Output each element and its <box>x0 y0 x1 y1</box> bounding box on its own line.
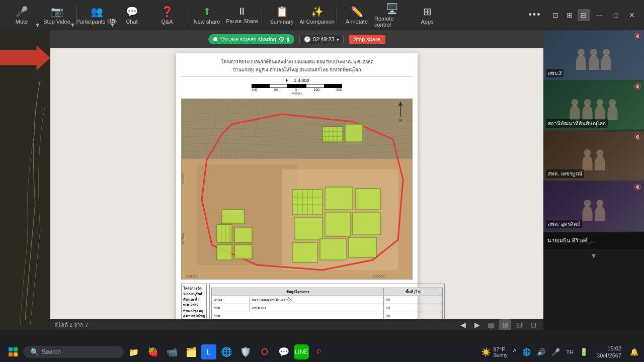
clock-icon: 🕐 <box>304 36 311 43</box>
map-image: N 707500 707500 707500 708000 <box>181 99 413 280</box>
next-page-button[interactable]: ▶ <box>471 319 483 330</box>
taskbar-app-powerpoint[interactable]: P <box>310 343 328 361</box>
tile-mic-icon-3: 🔇 <box>634 184 641 191</box>
info-icon[interactable]: ℹ <box>287 35 289 43</box>
time-display: 15:02 <box>597 345 621 352</box>
qa-button[interactable]: ❓ Q&A <box>149 2 185 29</box>
person-1-3 <box>595 105 605 120</box>
scroll-down-button[interactable]: ▾ <box>543 249 644 262</box>
mute-button[interactable]: 🎤 Mute ▾ <box>4 2 39 29</box>
view-mode-3-button[interactable]: ⊟ <box>513 319 525 330</box>
people-group-3 <box>583 206 605 221</box>
pause-share-button[interactable]: ⏸ Pause Share <box>224 2 260 29</box>
win-logo-q2 <box>14 347 18 351</box>
date-display: 30/4/2567 <box>597 352 621 359</box>
summary-button[interactable]: 📋 Summary <box>264 2 299 29</box>
taskbar-app-file-explorer[interactable]: 📁 <box>125 343 143 361</box>
mic-tray-icon[interactable]: 🎤 <box>550 347 561 357</box>
language-icon[interactable]: TH <box>565 348 575 356</box>
start-button[interactable] <box>4 344 22 360</box>
taskbar-app-line[interactable]: LINE <box>294 344 309 359</box>
participants-button[interactable]: 👥 Participants 15 ▾ <box>79 2 114 29</box>
svg-rect-26 <box>325 212 350 236</box>
view-mode-4-button[interactable]: ⊡ <box>527 319 539 330</box>
sharing-text: You are screen sharing <box>219 36 276 42</box>
sharing-bar: You are screen sharing ⚙ ℹ 🕐 02:49:23 ▾ … <box>50 30 543 48</box>
restore-button[interactable]: ⊡ <box>549 9 561 21</box>
speaker-icon[interactable]: 🔊 <box>535 347 547 357</box>
search-input[interactable] <box>42 348 107 355</box>
participants-icon: 👥 <box>91 6 103 18</box>
svg-text:708000: 708000 <box>373 275 384 278</box>
sharing-indicator: You are screen sharing ⚙ ℹ <box>208 34 294 44</box>
battery-icon[interactable]: 🔋 <box>578 347 590 357</box>
pause-icon: ⏸ <box>237 6 247 17</box>
speaker-view-button[interactable]: ⊟ <box>578 9 590 21</box>
timer-dropdown-icon[interactable]: ▾ <box>337 37 339 42</box>
network-icon[interactable]: 🌐 <box>521 347 532 357</box>
tray-chevron[interactable]: ^ <box>512 347 518 357</box>
annotate-button[interactable]: ✏️ Annotate <box>339 2 374 29</box>
person-0-3 <box>601 55 611 70</box>
system-tray: ^ 🌐 🔊 🎤 TH 🔋 <box>512 347 590 357</box>
info-table: ข้อมูลโครงการ พื้นที่ (ไร่) แปลง จัดระบบ… <box>211 288 443 319</box>
ai-companion-button[interactable]: ✨ AI Companion <box>299 2 335 29</box>
new-share-button[interactable]: ⬆ New share <box>189 2 224 29</box>
stop-video-button[interactable]: 📷 Stop Video ▾ <box>39 2 74 29</box>
svg-rect-30 <box>349 237 376 257</box>
camera-icon: 📷 <box>51 6 63 18</box>
taskbar-app-opera[interactable]: O <box>256 343 274 361</box>
scale-unit-label: Meters <box>291 92 302 95</box>
chat-button[interactable]: 💬 Chat <box>114 2 149 29</box>
tile-name-3: สพด. อุตรดิตถ์ <box>546 220 582 228</box>
taskbar-app-folder[interactable]: 🗂️ <box>182 343 200 361</box>
tile-mic-icon-2: 🔇 <box>634 133 641 140</box>
search-icon: 🔍 <box>30 348 39 356</box>
video-tile-2: สทด. เพชรบูรณ์ 🔇 <box>543 131 644 181</box>
taskbar-app-shield[interactable]: 🛡️ <box>236 343 255 361</box>
video-dropdown-icon[interactable]: ▾ <box>71 21 74 29</box>
svg-rect-7 <box>345 124 363 142</box>
legend-area: โครงการจัดระบบอนุรักษ์ดินและน้ำ พ.ศ. 256… <box>181 284 413 319</box>
scale-seg-1 <box>252 84 269 88</box>
notification-button[interactable]: 🔔 <box>628 347 640 357</box>
clock-widget[interactable]: 15:02 30/4/2567 <box>594 344 624 360</box>
taskbar-app-strawberry[interactable]: 🍓 <box>144 343 162 361</box>
minimize-button[interactable]: — <box>592 7 608 23</box>
legend-box-left: โครงการจัดระบบอนุรักษ์ดินและน้ำ พ.ศ. 256… <box>181 284 207 319</box>
svg-rect-28 <box>292 242 317 262</box>
remote-control-button[interactable]: 🖥️ Remote control <box>374 2 410 29</box>
view-mode-2-button[interactable]: ⊞ <box>499 319 511 330</box>
scale-labels: 100 50 0 100 200 <box>252 88 342 92</box>
share-icon: ⬆ <box>203 6 211 18</box>
taskbar-search-box[interactable]: 🔍 <box>23 346 124 358</box>
grid-view-button[interactable]: ⊞ <box>564 9 576 21</box>
win-logo-q1 <box>9 347 13 351</box>
taskbar-app-l-icon[interactable]: L <box>201 344 216 359</box>
maximize-button[interactable]: □ <box>608 7 624 23</box>
weather-widget[interactable]: ☀️ 97°F Sunny <box>481 346 507 358</box>
taskbar-app-chat[interactable]: 💬 <box>275 343 293 361</box>
doc-title-line2: บ้านแก่งหุ้ง หมู่ที่ 4 ตำบลอโหใหญ่ อำเภอ… <box>233 66 361 73</box>
timer-badge: 🕐 02:49:23 ▾ <box>299 35 344 44</box>
prev-page-button[interactable]: ◀ <box>457 319 469 330</box>
right-panel-video: สพบ.3 🔇 สถานีพัฒนาที่ดินพิษณุโลก 🔇 สทด. … <box>543 30 644 330</box>
status-bar: สไลด์ 2 จาก 7 ◀ ▶ ▦ ⊞ ⊟ ⊡ <box>50 319 543 330</box>
scale-seg-3 <box>288 84 305 88</box>
participants-dropdown-icon[interactable]: ▾ <box>111 21 114 29</box>
taskbar-app-video[interactable]: 📹 <box>163 343 181 361</box>
view-mode-1-button[interactable]: ▦ <box>485 319 497 330</box>
apps-button[interactable]: ⊞ Apps <box>410 2 445 29</box>
displayed-name: นายเมธิน ศิริวงศ์_... <box>547 237 595 243</box>
zoom-toolbar: 🎤 Mute ▾ 📷 Stop Video ▾ 👥 Participants 1… <box>0 0 644 30</box>
settings-icon[interactable]: ⚙ <box>278 35 285 43</box>
video-tile-1: สถานีพัฒนาที่ดินพิษณุโลก 🔇 <box>543 80 644 131</box>
taskbar-app-edge[interactable]: 🌐 <box>217 343 235 361</box>
stop-share-button[interactable]: Stop share <box>349 35 385 44</box>
close-button[interactable]: ✕ <box>624 7 640 23</box>
scale-text: 1:4,000 <box>294 78 309 83</box>
svg-text:N: N <box>399 118 403 123</box>
person-0-1 <box>576 55 586 70</box>
mute-dropdown-icon[interactable]: ▾ <box>36 21 39 29</box>
more-button[interactable]: ••• <box>522 2 547 29</box>
